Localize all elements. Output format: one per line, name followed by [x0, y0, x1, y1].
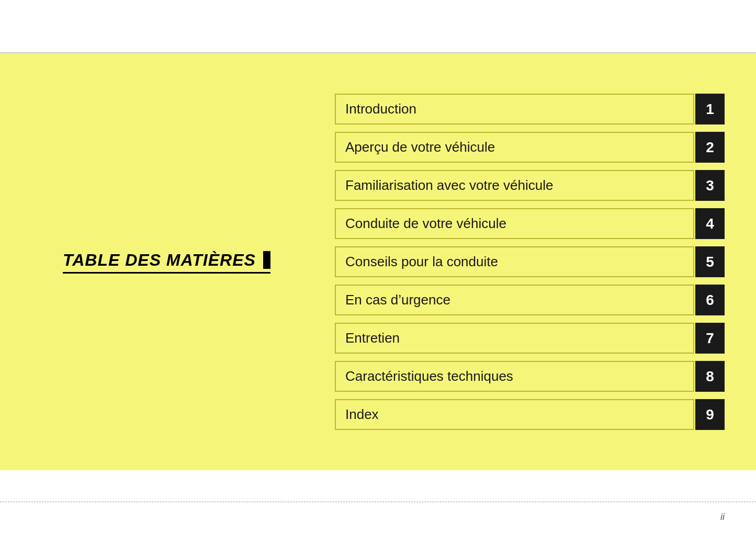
toc-item-label-9: Index [335, 399, 694, 430]
table-title-text: TABLE DES MATIÈRES [63, 251, 256, 270]
toc-item-label-5: Conseils pour la conduite [335, 246, 694, 277]
table-row[interactable]: Familiarisation avec votre véhicule3 [335, 170, 725, 201]
toc-item-label-6: En cas d’urgence [335, 285, 694, 315]
table-row[interactable]: Conseils pour la conduite5 [335, 246, 725, 277]
toc-item-number-4: 4 [695, 208, 725, 239]
toc-item-label-7: Entretien [335, 323, 694, 354]
toc-item-number-5: 5 [695, 246, 725, 277]
toc-item-number-1: 1 [695, 94, 725, 124]
toc-item-number-8: 8 [695, 361, 725, 392]
toc-item-number-3: 3 [695, 170, 725, 201]
toc-item-label-2: Aperçu de votre véhicule [335, 132, 694, 163]
left-section: TABLE DES MATIÈRES [31, 251, 324, 274]
toc-item-label-3: Familiarisation avec votre véhicule [335, 170, 694, 201]
dashed-rule [0, 502, 756, 502]
page-container: TABLE DES MATIÈRES Introduction1Aperçu d… [0, 0, 756, 533]
toc-item-number-6: 6 [695, 285, 725, 315]
table-row[interactable]: Entretien7 [335, 323, 725, 354]
toc-item-label-4: Conduite de votre véhicule [335, 208, 694, 239]
table-row[interactable]: Conduite de votre véhicule4 [335, 208, 725, 239]
page-number: ii [720, 512, 725, 523]
table-title: TABLE DES MATIÈRES [63, 251, 270, 274]
title-marker [263, 251, 270, 269]
toc-item-label-8: Caractéristiques techniques [335, 361, 694, 392]
table-row[interactable]: Introduction1 [335, 94, 725, 124]
table-row[interactable]: Caractéristiques techniques8 [335, 361, 725, 392]
table-row[interactable]: Aperçu de votre véhicule2 [335, 132, 725, 163]
bottom-area: ii [0, 470, 756, 533]
main-content: TABLE DES MATIÈRES Introduction1Aperçu d… [0, 53, 756, 470]
toc-item-number-9: 9 [695, 399, 725, 430]
toc-item-number-7: 7 [695, 323, 725, 354]
toc-list: Introduction1Aperçu de votre véhicule2Fa… [324, 94, 725, 430]
toc-item-label-1: Introduction [335, 94, 694, 124]
table-row[interactable]: Index9 [335, 399, 725, 430]
toc-item-number-2: 2 [695, 132, 725, 163]
table-row[interactable]: En cas d’urgence6 [335, 285, 725, 315]
